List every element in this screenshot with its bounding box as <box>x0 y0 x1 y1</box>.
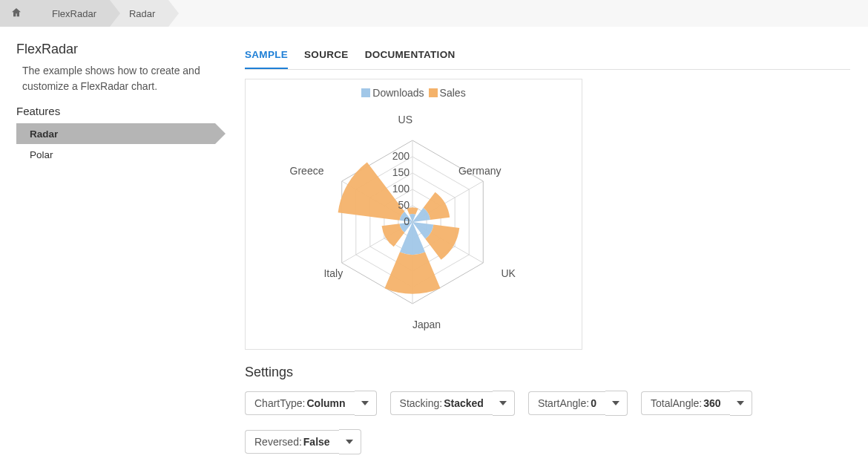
setting-label: ChartType: <box>254 397 305 409</box>
feature-item-radar[interactable]: Radar <box>16 123 215 144</box>
tab-bar: SAMPLE SOURCE DOCUMENTATION <box>245 42 850 70</box>
tab-sample[interactable]: SAMPLE <box>245 42 288 69</box>
svg-text:US: US <box>398 114 412 125</box>
breadcrumb-item-1[interactable]: FlexRadar <box>33 0 110 27</box>
chart-legend: Downloads Sales <box>246 87 582 99</box>
setting-label: TotalAngle: <box>651 397 702 409</box>
legend-item-downloads: Downloads <box>361 87 424 99</box>
feature-item-polar[interactable]: Polar <box>16 144 215 165</box>
setting-value: Column <box>306 397 345 409</box>
tab-source[interactable]: SOURCE <box>304 42 349 69</box>
setting-label: Stacking: <box>400 397 443 409</box>
totalangle-dropdown-button[interactable] <box>730 391 752 416</box>
setting-label: Reversed: <box>254 436 302 448</box>
svg-text:0: 0 <box>404 215 410 227</box>
svg-text:UK: UK <box>502 267 516 279</box>
chevron-down-icon <box>499 401 507 405</box>
page-title: FlexRadar <box>16 42 223 57</box>
legend-label: Sales <box>440 87 466 99</box>
startangle-dropdown-button[interactable] <box>605 391 628 416</box>
stacking-input[interactable]: Stacking: Stacked <box>390 391 493 415</box>
setting-startangle: StartAngle: 0 <box>528 391 628 416</box>
stacking-dropdown-button[interactable] <box>493 391 515 416</box>
home-icon <box>10 7 22 21</box>
legend-item-sales: Sales <box>429 87 466 99</box>
legend-label: Downloads <box>372 87 424 99</box>
startangle-input[interactable]: StartAngle: 0 <box>528 391 605 415</box>
svg-text:Germany: Germany <box>458 165 502 177</box>
chevron-down-icon <box>346 440 353 444</box>
svg-text:Italy: Italy <box>323 267 343 279</box>
setting-stacking: Stacking: Stacked <box>390 391 515 416</box>
chevron-down-icon <box>737 401 744 405</box>
setting-label: StartAngle: <box>538 397 589 409</box>
radar-chart: 050100150200USGermanyUKJapanItalyGreece <box>246 103 583 333</box>
svg-text:Japan: Japan <box>412 319 441 330</box>
svg-text:200: 200 <box>392 150 410 162</box>
breadcrumb-home[interactable] <box>0 0 33 27</box>
breadcrumb: FlexRadar Radar <box>0 0 868 27</box>
page-subtitle: The example shows how to create and cust… <box>16 63 223 94</box>
chart-container: Downloads Sales 050100150200USGermanyUKJ… <box>245 79 582 350</box>
totalangle-input[interactable]: TotalAngle: 360 <box>641 391 730 415</box>
square-icon <box>429 88 438 97</box>
setting-value: Stacked <box>444 397 484 409</box>
svg-text:100: 100 <box>392 183 410 195</box>
chevron-down-icon <box>612 401 619 405</box>
setting-value: 360 <box>703 397 720 409</box>
features-heading: Features <box>16 105 223 117</box>
svg-text:Greece: Greece <box>290 165 324 177</box>
setting-charttype: ChartType: Column <box>245 391 377 416</box>
reversed-input[interactable]: Reversed: False <box>245 430 339 454</box>
svg-text:150: 150 <box>392 166 410 178</box>
tab-documentation[interactable]: DOCUMENTATION <box>365 42 456 69</box>
settings-heading: Settings <box>245 365 850 380</box>
setting-reversed: Reversed: False <box>245 429 361 454</box>
svg-text:50: 50 <box>398 199 410 211</box>
reversed-dropdown-button[interactable] <box>339 429 361 454</box>
charttype-input[interactable]: ChartType: Column <box>245 391 355 415</box>
main-content: SAMPLE SOURCE DOCUMENTATION Downloads Sa… <box>223 42 868 473</box>
setting-value: 0 <box>591 397 596 409</box>
chevron-down-icon <box>361 401 369 405</box>
settings-row: ChartType: Column Stacking: Stacked Star… <box>245 391 850 454</box>
square-icon <box>361 88 370 97</box>
charttype-dropdown-button[interactable] <box>355 391 377 416</box>
setting-value: False <box>303 436 330 448</box>
setting-totalangle: TotalAngle: 360 <box>641 391 752 416</box>
sidebar: FlexRadar The example shows how to creat… <box>0 42 223 473</box>
